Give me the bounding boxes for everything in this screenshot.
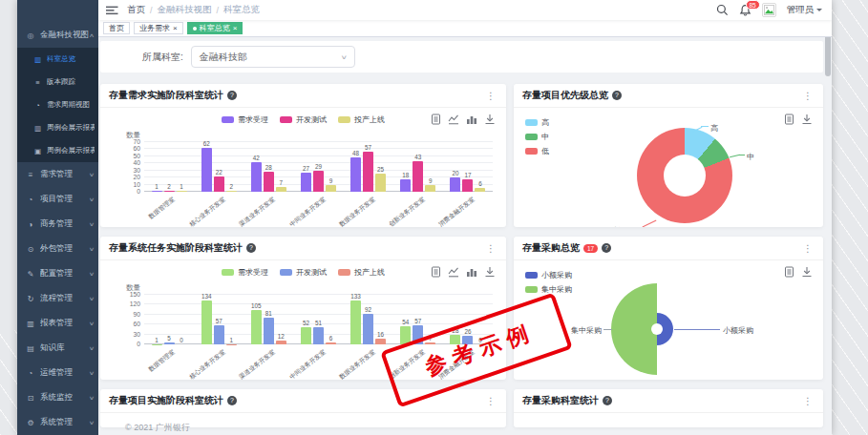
help-icon[interactable]: ?	[246, 243, 256, 253]
bar-value-label: 9	[329, 177, 333, 184]
slice-label: 高	[710, 123, 718, 134]
legend-item[interactable]: 需求受理	[222, 267, 268, 278]
bar: 1	[177, 191, 187, 192]
sidebar-item-4[interactable]: ⊙外包管理∨	[17, 237, 98, 261]
breadcrumb-item[interactable]: 金融科技视图	[158, 4, 212, 16]
data-view-icon[interactable]	[431, 114, 441, 125]
hamburger-icon[interactable]	[106, 5, 118, 16]
legend-item[interactable]: 开发测试	[280, 114, 327, 125]
sidebar-subitem-1[interactable]: ≡版本跟踪	[17, 71, 98, 93]
legend-swatch	[222, 269, 234, 276]
help-icon[interactable]: ?	[602, 243, 611, 253]
y-tick-label: 0	[116, 341, 140, 347]
department-select[interactable]: 金融科技部 ∨	[191, 46, 355, 68]
bar-value-label: 57	[216, 318, 222, 324]
y-tick-label: 30	[116, 331, 140, 338]
bar: 52	[301, 327, 311, 344]
bar-group: 134571	[194, 300, 243, 344]
sidebar-item-10[interactable]: ⊡系统监控∨	[17, 385, 98, 410]
sidebar-subitem-0[interactable]: ▥科室总览	[17, 48, 98, 71]
help-icon[interactable]: ?	[227, 396, 237, 405]
bar-value-label: 5	[167, 335, 171, 342]
y-tick-label: 60	[116, 321, 140, 327]
legend-label: 中	[541, 132, 549, 142]
user-avatar[interactable]	[762, 3, 776, 17]
tab-0[interactable]: 首页	[103, 22, 130, 34]
legend-item[interactable]: 投产上线	[338, 114, 385, 125]
topbar-actions: 85 管理员	[716, 3, 823, 17]
chart-toolbox	[784, 114, 813, 125]
chart-legend: 小额采购集中采购	[525, 270, 572, 295]
panel-menu-icon[interactable]: ⋮	[484, 243, 498, 254]
download-icon[interactable]	[801, 114, 813, 125]
download-icon[interactable]	[484, 114, 496, 125]
panel-menu-icon[interactable]: ⋮	[801, 243, 815, 254]
data-view-icon[interactable]	[784, 266, 794, 278]
legend-item[interactable]: 中	[525, 132, 549, 142]
download-icon[interactable]	[801, 266, 813, 278]
chevron-down-icon: ∨	[89, 271, 95, 277]
legend-item[interactable]: 开发测试	[280, 267, 327, 278]
bar-value-label: 1	[155, 183, 159, 190]
user-menu[interactable]: 管理员	[787, 4, 823, 16]
panel-menu-icon[interactable]: ⋮	[801, 91, 815, 101]
line-chart-icon[interactable]	[448, 266, 459, 278]
breadcrumb-item[interactable]: 首页	[127, 4, 145, 16]
bar-chart-icon[interactable]	[466, 114, 477, 125]
sidebar-subitem-3[interactable]: ▥周例会展示报表-项目	[17, 116, 98, 139]
bar-group: 27299	[293, 171, 343, 192]
sidebar-subitem-2[interactable]: ◔需求周期视图	[17, 93, 98, 116]
bar-chart-icon[interactable]	[466, 266, 477, 278]
legend-item[interactable]: 需求受理	[222, 114, 268, 125]
book-icon: ▤	[25, 344, 36, 353]
sidebar-item-3[interactable]: ◑商务管理∨	[17, 212, 98, 237]
line-chart-icon[interactable]	[448, 114, 459, 125]
breadcrumb-separator: /	[150, 6, 153, 15]
legend-swatch	[338, 269, 350, 276]
bar: 57	[363, 152, 373, 192]
sidebar-item-9[interactable]: ◔运维管理∨	[17, 361, 98, 385]
panel-0: 存量需求实施阶段科室统计?⋮需求受理开发测试投产上线数量010203040506…	[100, 84, 506, 227]
help-icon[interactable]: ?	[227, 91, 237, 100]
y-tick-label: 10	[116, 181, 140, 188]
sidebar-item-8[interactable]: ▤知识库∨	[17, 336, 98, 361]
bar-group: 52516	[293, 327, 343, 344]
chart-legend: 高中低	[525, 117, 549, 156]
data-view-icon[interactable]	[431, 266, 441, 278]
legend-label: 低	[541, 146, 549, 156]
legend-item[interactable]: 投产上线	[338, 267, 385, 278]
close-tab-icon[interactable]: ×	[233, 25, 238, 32]
sidebar-item-11[interactable]: ⚙系统管理∨	[17, 410, 98, 435]
sidebar-item-7[interactable]: ▥报表管理∨	[17, 311, 98, 336]
tab-1[interactable]: 业务需求×	[134, 22, 183, 34]
close-tab-icon[interactable]: ×	[173, 25, 178, 32]
x-axis-label: 中间业务开发室	[287, 196, 327, 227]
sidebar-subitem-4[interactable]: ▣周例会展示报表-采购	[17, 139, 98, 162]
x-axis-label: 数据业务开发室	[337, 348, 376, 380]
sidebar-item-0[interactable]: ◎金融科技视图∧	[17, 23, 98, 48]
data-view-icon[interactable]	[784, 114, 794, 125]
panel-menu-icon[interactable]: ⋮	[484, 396, 498, 406]
y-tick-label: 30	[116, 167, 140, 174]
legend-item[interactable]: 小额采购	[525, 270, 572, 280]
help-icon[interactable]: ?	[612, 91, 622, 100]
sidebar-item-5[interactable]: ✎配置管理∨	[17, 261, 98, 286]
legend-item[interactable]: 低	[525, 146, 549, 156]
panel-title: 存量系统任务实施阶段科室统计	[109, 241, 243, 255]
tab-2[interactable]: 科室总览×	[187, 22, 243, 34]
rose-center-hole	[651, 323, 663, 335]
panel-menu-icon[interactable]: ⋮	[484, 91, 498, 101]
search-icon[interactable]	[716, 4, 729, 16]
notifications-bell-icon[interactable]: 85	[739, 4, 752, 16]
bar: 16	[375, 339, 386, 344]
sidebar-item-2[interactable]: ◔项目管理∨	[17, 187, 98, 212]
help-icon[interactable]: ?	[603, 396, 612, 405]
sidebar-item-6[interactable]: ↻流程管理∨	[17, 286, 98, 311]
download-icon[interactable]	[484, 266, 496, 278]
legend-item[interactable]: 高	[525, 117, 549, 128]
panel-body: 高中低高中低	[514, 108, 823, 227]
chevron-down-icon: ∨	[89, 345, 95, 351]
panel-menu-icon[interactable]: ⋮	[801, 396, 815, 406]
service-icon: ⊙	[25, 245, 36, 254]
sidebar-item-1[interactable]: ≡需求管理∨	[17, 162, 98, 187]
